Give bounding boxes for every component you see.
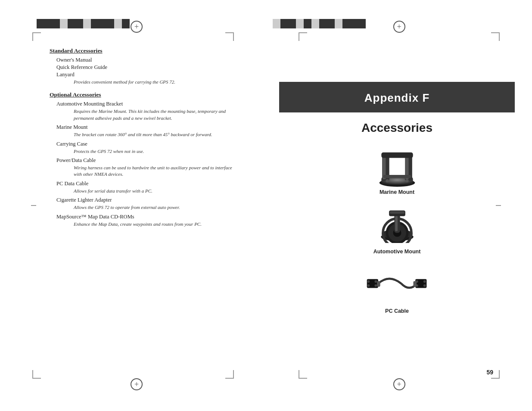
optional-item-5-desc: Allows the GPS 72 to operate from extern…: [74, 204, 240, 211]
checker-cell: [52, 19, 60, 28]
checker-cell: [44, 19, 52, 28]
reg-mark-right-top: [393, 21, 405, 33]
automotive-mount-label: Automotive Mount: [373, 249, 421, 255]
marine-mount-image: [365, 143, 429, 187]
corner-bracket-tr: [225, 32, 234, 41]
marine-mount-label: Marine Mount: [380, 189, 414, 195]
checker-cell: [106, 19, 114, 28]
standard-item-0: Owner's Manual: [56, 57, 240, 63]
page-container: Standard Accessories Owner's Manual Quic…: [0, 0, 532, 411]
standard-item-2-desc: Provides convenient method for carrying …: [74, 79, 240, 85]
checker-cell: [319, 19, 327, 28]
appendix-header: Appendix F: [279, 82, 515, 112]
svg-point-23: [367, 284, 370, 287]
pc-cable-image: [365, 262, 429, 305]
checker-cell: [280, 19, 288, 28]
right-page: Appendix F Accessories: [266, 0, 532, 411]
pc-cable-svg: [365, 267, 429, 301]
accessories-title: Accessories: [279, 121, 515, 135]
right-top-decoration: [273, 19, 366, 29]
svg-point-7: [386, 179, 389, 182]
corner-bracket-bl: [32, 370, 41, 379]
svg-rect-9: [383, 175, 411, 178]
checker-cell: [114, 19, 122, 28]
checker-cell: [99, 19, 106, 28]
automotive-mount-svg: [369, 206, 425, 243]
checker-cell: [304, 19, 311, 28]
svg-rect-19: [390, 211, 404, 214]
automotive-mount-item: Automotive Mount: [279, 203, 515, 255]
svg-point-24: [374, 280, 377, 283]
svg-rect-6: [381, 153, 413, 158]
automotive-mount-image: [365, 203, 429, 246]
svg-point-25: [374, 284, 377, 287]
optional-accessories-section: Optional Accessories Automotive Mounting…: [50, 91, 240, 227]
checker-cell: [60, 19, 68, 28]
optional-item-2-desc: Protects the GPS 72 when not in use.: [74, 148, 240, 155]
side-mark-left: [31, 205, 36, 206]
pc-cable-label: PC Cable: [385, 308, 409, 314]
optional-item-3-desc: Wiring harness can be used to hardwire t…: [74, 165, 240, 178]
checker-cell: [68, 19, 75, 28]
checker-cell: [122, 19, 130, 28]
corner-bracket-right-tl: [299, 32, 307, 41]
optional-item-4: PC Data Cable: [56, 181, 240, 187]
svg-point-31: [423, 284, 426, 287]
pc-cable-item: PC Cable: [279, 262, 515, 314]
registration-mark-top: [131, 21, 143, 33]
corner-bracket-br: [225, 370, 234, 379]
optional-item-4-desc: Allows for serial data transfer with a P…: [74, 188, 240, 194]
left-top-decoration: [37, 19, 130, 29]
svg-rect-32: [377, 281, 380, 286]
optional-item-1: Marine Mount: [56, 124, 240, 131]
checker-cell: [311, 19, 319, 28]
checker-pattern-right: [273, 19, 366, 29]
checker-cell: [75, 19, 83, 28]
standard-accessories-heading: Standard Accessories: [50, 47, 240, 54]
reg-mark-right-bottom: [393, 378, 405, 390]
svg-rect-33: [413, 281, 417, 286]
checker-cell: [37, 19, 44, 28]
marine-mount-item: Marine Mount: [279, 143, 515, 195]
registration-mark-bottom: [131, 378, 143, 390]
left-page: Standard Accessories Owner's Manual Quic…: [0, 0, 266, 411]
appendix-title: Appendix F: [279, 91, 515, 105]
standard-item-2: Lanyard: [56, 72, 240, 78]
optional-item-6-desc: Enhance the Map Data, create waypoints a…: [74, 221, 240, 227]
optional-item-2: Carrying Case: [56, 141, 240, 147]
checker-cell: [358, 19, 366, 28]
right-content: Appendix F Accessories: [279, 47, 515, 368]
optional-item-5: Cigarette Lighter Adapter: [56, 197, 240, 203]
checker-cell: [296, 19, 304, 28]
checker-cell: [335, 19, 342, 28]
checker-cell: [350, 19, 358, 28]
marine-mount-svg: [367, 141, 427, 189]
left-content: Standard Accessories Owner's Manual Quic…: [50, 47, 240, 368]
checker-cell: [91, 19, 99, 28]
standard-item-1: Quick Reference Guide: [56, 64, 240, 71]
checker-cell: [83, 19, 91, 28]
optional-item-0: Automotive Mounting Bracket: [56, 101, 240, 107]
optional-item-3: Power/Data Cable: [56, 157, 240, 164]
optional-item-0-desc: Requires the Marine Mount. This kit incl…: [74, 108, 240, 121]
corner-bracket-right-tr: [491, 32, 500, 41]
standard-accessories-section: Standard Accessories Owner's Manual Quic…: [50, 47, 240, 85]
corner-bracket-tl: [32, 32, 41, 41]
svg-point-8: [405, 179, 408, 182]
optional-accessories-heading: Optional Accessories: [50, 91, 240, 98]
optional-item-6: MapSource™ Map Data CD-ROMs: [56, 214, 240, 220]
svg-point-22: [367, 280, 370, 283]
page-number: 59: [486, 369, 493, 376]
checker-cell: [273, 19, 280, 28]
corner-bracket-right-bl: [299, 370, 307, 379]
checker-cell: [288, 19, 296, 28]
checker-cell: [342, 19, 350, 28]
checker-pattern: [37, 19, 130, 29]
checker-cell: [327, 19, 335, 28]
optional-item-1-desc: The bracket can rotate 360° and tilt mor…: [74, 131, 240, 138]
svg-point-30: [423, 280, 426, 283]
